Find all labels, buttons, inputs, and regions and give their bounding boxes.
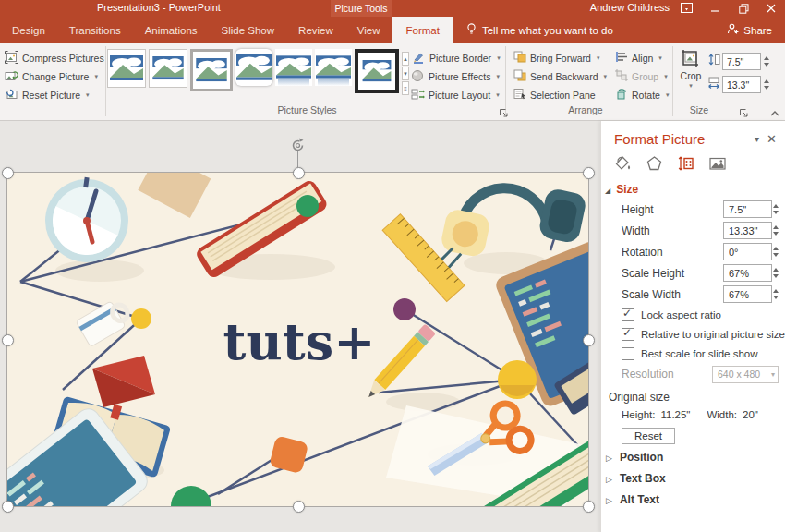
rotate-button[interactable]: Rotate [612, 86, 671, 103]
original-size-label: Original size [601, 391, 785, 404]
picture-tools-contextual-tab[interactable]: Picure Tools [331, 0, 392, 17]
shape-height-input[interactable] [722, 53, 761, 70]
height-spinner[interactable] [764, 56, 769, 66]
tab-animations[interactable]: Animations [133, 17, 210, 43]
original-height-value: 11.25" [660, 409, 690, 420]
change-picture-button[interactable]: Change Picture [2, 67, 104, 85]
picture-style-thumbnail[interactable] [236, 49, 272, 86]
width-spinner[interactable] [773, 225, 779, 236]
picture-style-thumbnail[interactable] [107, 49, 146, 88]
rotation-input[interactable] [723, 243, 772, 260]
tab-transitions[interactable]: Transitions [57, 17, 133, 43]
tab-format[interactable]: Format [392, 17, 453, 43]
scale-width-input[interactable] [723, 285, 772, 303]
lock-aspect-ratio-checkbox[interactable] [622, 308, 634, 321]
collapse-triangle-icon[interactable] [605, 183, 610, 196]
tell-me-box[interactable]: Tell me what you want to do [466, 17, 613, 43]
picture-style-thumbnail[interactable] [149, 49, 187, 88]
tab-design[interactable]: Design [0, 17, 57, 43]
size-section-header[interactable]: Size [605, 183, 785, 196]
tab-view[interactable]: View [345, 17, 392, 43]
scale-width-spinner[interactable] [773, 289, 779, 299]
resize-handle-bottom-right[interactable] [583, 501, 595, 513]
text-box-section[interactable]: Text Box [601, 468, 785, 489]
lock-aspect-ratio-label: Lock aspect ratio [641, 309, 721, 320]
height-input[interactable] [723, 200, 772, 218]
size-group: Crop ▾ [674, 46, 770, 93]
align-button[interactable]: Align [612, 49, 671, 66]
resize-handle-top-center[interactable] [293, 167, 305, 179]
send-backward-button[interactable]: Send Backward [511, 67, 612, 85]
reset-picture-icon [5, 88, 18, 103]
scale-height-input[interactable] [723, 264, 772, 282]
expand-triangle-icon[interactable] [606, 472, 612, 485]
scale-width-label: Scale Width [622, 288, 723, 301]
expand-triangle-icon[interactable] [606, 451, 612, 464]
collapse-ribbon-icon[interactable] [769, 105, 782, 116]
selection-pane-button[interactable]: Selection Pane [511, 86, 612, 103]
relative-to-original-checkbox[interactable] [622, 328, 634, 341]
picture-effects-button[interactable]: Picture Effects [408, 67, 504, 85]
reset-picture-button[interactable]: Reset Picture [2, 86, 104, 103]
position-section-label: Position [620, 451, 663, 464]
resolution-dropdown[interactable]: 640 x 480 [712, 366, 779, 383]
shape-width-input[interactable] [722, 76, 761, 93]
close-icon[interactable] [761, 2, 781, 15]
slide-canvas[interactable]: tuts+ [0, 121, 600, 532]
resize-handle-top-left[interactable] [2, 167, 14, 179]
ribbon-display-options-icon[interactable] [676, 2, 696, 15]
width-input[interactable] [723, 222, 772, 239]
position-section[interactable]: Position [601, 447, 785, 467]
size-properties-tab-icon[interactable] [677, 155, 694, 175]
picture-style-thumbnail[interactable] [275, 49, 312, 86]
selected-picture[interactable]: tuts+ [7, 173, 588, 506]
picture-style-thumbnail[interactable] [315, 49, 352, 86]
share-button[interactable]: Share [714, 17, 785, 43]
picture-layout-button[interactable]: Picture Layout [408, 86, 504, 103]
panel-close-icon[interactable]: ✕ [767, 132, 777, 146]
slide-logo-text: tuts+ [223, 312, 376, 371]
scale-height-spinner[interactable] [773, 268, 779, 278]
fill-line-tab-icon[interactable] [614, 155, 632, 175]
group-button[interactable]: Group [612, 67, 671, 85]
relative-to-original-row[interactable]: Relative to original picture size [601, 324, 785, 344]
resize-handle-middle-left[interactable] [2, 334, 14, 346]
size-dialog-launcher-icon[interactable] [739, 105, 750, 116]
best-scale-row[interactable]: Best scale for slide show [601, 344, 785, 363]
minimize-icon[interactable] [706, 2, 726, 15]
resize-handle-top-right[interactable] [583, 167, 595, 179]
effects-tab-icon[interactable] [646, 155, 663, 175]
rotation-spinner[interactable] [773, 247, 779, 257]
crop-icon [681, 49, 701, 69]
best-scale-checkbox[interactable] [622, 347, 634, 360]
picture-border-button[interactable]: Picture Border [408, 49, 504, 66]
width-spinner[interactable] [764, 79, 769, 90]
resize-handle-bottom-center[interactable] [293, 501, 305, 513]
crop-button[interactable]: Crop ▾ [674, 49, 707, 93]
width-label: Width [622, 224, 723, 237]
lock-aspect-ratio-row[interactable]: Lock aspect ratio [601, 305, 785, 324]
resolution-row: Resolution 640 x 480 [601, 363, 785, 385]
ribbon: Compress Pictures Change Picture Reset P… [0, 43, 785, 121]
bring-forward-button[interactable]: Bring Forward [511, 49, 612, 66]
rotate-handle[interactable] [290, 138, 306, 153]
rotate-icon [615, 88, 628, 102]
restore-icon[interactable] [733, 2, 754, 15]
compress-pictures-button[interactable]: Compress Pictures [2, 49, 104, 66]
picture-style-thumbnail[interactable] [190, 49, 233, 91]
expand-triangle-icon[interactable] [606, 493, 612, 506]
picture-tab-icon[interactable] [708, 155, 727, 175]
reset-button[interactable]: Reset [622, 428, 675, 444]
picture-styles-dialog-launcher-icon[interactable] [499, 105, 510, 116]
tab-slide-show[interactable]: Slide Show [210, 17, 287, 43]
original-height-label: Height: [622, 409, 655, 420]
tab-review[interactable]: Review [286, 17, 345, 43]
resize-handle-middle-right[interactable] [583, 334, 595, 346]
resize-handle-bottom-left[interactable] [2, 501, 14, 513]
alt-text-section[interactable]: Alt Text [601, 490, 785, 510]
user-name: Andrew Childress [590, 2, 670, 13]
panel-title: Format Picture [614, 131, 747, 147]
height-spinner[interactable] [773, 204, 779, 214]
panel-options-chevron-icon[interactable]: ▾ [755, 134, 759, 144]
picture-style-thumbnail[interactable] [355, 49, 399, 93]
